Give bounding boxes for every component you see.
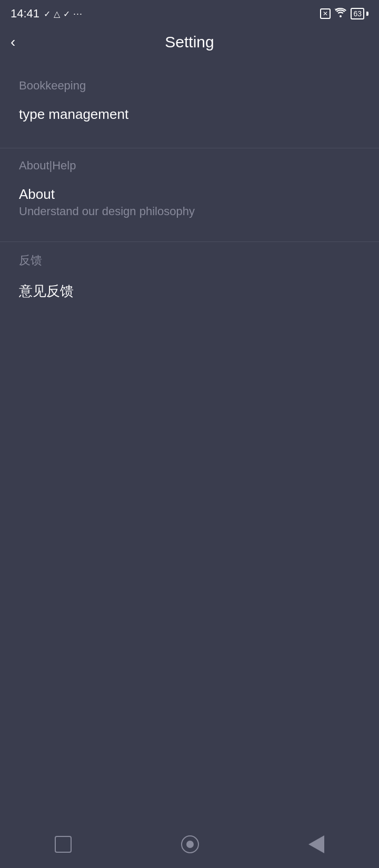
triangle-icon <box>308 835 324 853</box>
header: ‹ Setting <box>0 26 379 63</box>
menu-item-type-management[interactable]: type management <box>0 101 379 132</box>
square-icon <box>55 836 72 853</box>
section-bookkeeping: Bookkeeping type management <box>0 74 379 143</box>
settings-content: Bookkeeping type management About|Help A… <box>0 63 379 320</box>
menu-item-title-feedback: 意见反馈 <box>19 282 360 300</box>
menu-item-opinion-feedback[interactable]: 意见反馈 <box>0 277 379 310</box>
section-about-help: About|Help About Understand our design p… <box>0 154 379 236</box>
x-icon: ✕ <box>320 8 331 19</box>
menu-item-title-about: About <box>19 186 360 203</box>
back-button[interactable]: ‹ <box>11 32 21 53</box>
divider-2 <box>0 241 379 242</box>
status-left-icons: ✓ △ ✓ ··· <box>44 8 83 19</box>
nav-square-button[interactable] <box>55 836 72 853</box>
menu-item-about[interactable]: About Understand our design philosophy <box>0 181 379 226</box>
triangle-icon: △ <box>54 9 60 19</box>
status-left: 14:41 ✓ △ ✓ ··· <box>11 7 83 21</box>
page-title: Setting <box>165 33 214 51</box>
circle-icon <box>181 835 199 853</box>
check2-icon: ✓ <box>63 9 70 19</box>
section-label-bookkeeping: Bookkeeping <box>0 74 379 101</box>
section-label-about-help: About|Help <box>0 154 379 181</box>
nav-triangle-button[interactable] <box>308 835 324 853</box>
section-label-feedback: 反馈 <box>0 247 379 277</box>
dots-icon: ··· <box>73 8 83 19</box>
nav-circle-button[interactable] <box>181 835 199 853</box>
section-feedback: 反馈 意见反馈 <box>0 247 379 320</box>
status-bar: 14:41 ✓ △ ✓ ··· ✕ 63 <box>0 0 379 26</box>
divider-1 <box>0 148 379 148</box>
status-time: 14:41 <box>11 7 39 21</box>
nav-bar <box>0 826 379 868</box>
wifi-icon <box>335 8 346 20</box>
check-icon: ✓ <box>44 9 51 19</box>
menu-item-title-type-management: type management <box>19 106 360 123</box>
battery-level: 63 <box>353 9 362 18</box>
menu-item-subtitle-about: Understand our design philosophy <box>19 205 360 218</box>
status-right: ✕ 63 <box>320 8 368 20</box>
battery-icon: 63 <box>351 8 368 19</box>
